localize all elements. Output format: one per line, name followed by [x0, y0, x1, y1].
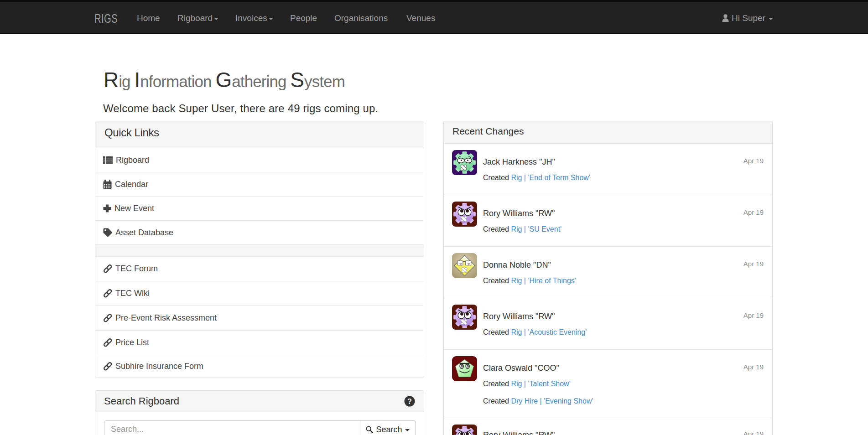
svg-text:?: ? — [407, 398, 412, 405]
